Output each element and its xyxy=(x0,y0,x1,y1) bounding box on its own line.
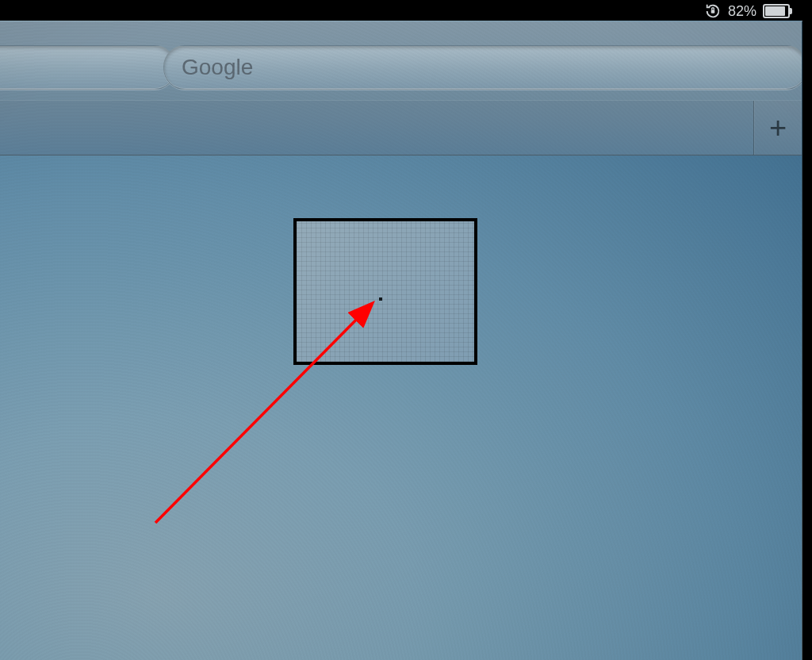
battery-icon xyxy=(763,4,790,18)
battery-fill xyxy=(765,6,785,16)
status-bar: 82% xyxy=(704,2,790,21)
url-field[interactable] xyxy=(0,45,176,90)
search-input[interactable] xyxy=(180,54,791,81)
url-input[interactable] xyxy=(0,54,159,81)
battery-percent: 82% xyxy=(728,3,756,20)
browser-toolbar xyxy=(0,21,802,102)
annotation-zoom-box xyxy=(293,218,477,365)
svg-rect-0 xyxy=(711,10,715,13)
dead-pixel-dot xyxy=(379,297,382,301)
new-tab-button[interactable]: + xyxy=(753,101,802,155)
orientation-lock-icon xyxy=(704,2,722,20)
search-field[interactable] xyxy=(163,45,802,90)
device-bezel: 82% + xyxy=(0,0,812,660)
tab-strip: + xyxy=(0,101,802,155)
